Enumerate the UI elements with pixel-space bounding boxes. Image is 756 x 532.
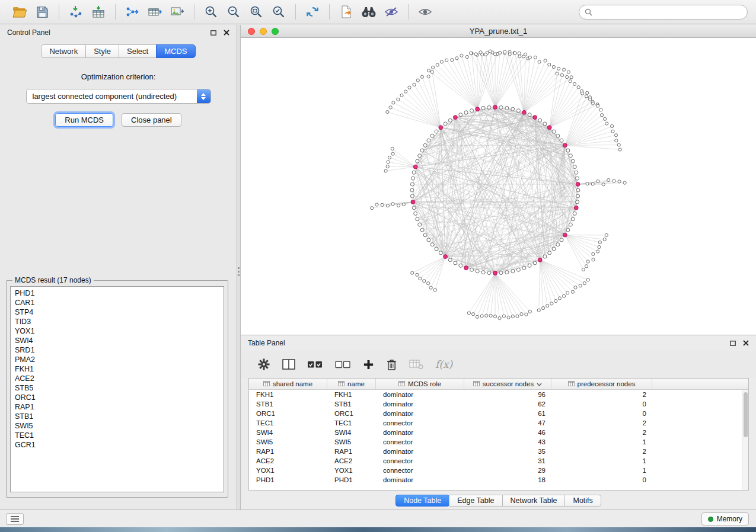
column-header-successor-nodes[interactable]: successor nodes — [464, 379, 551, 389]
save-session-button[interactable] — [31, 2, 53, 22]
table-row[interactable]: ACE2ACE2connector311 — [249, 456, 742, 466]
export-network-button[interactable] — [121, 2, 143, 22]
table-panel: Table Panel f(x) shared namenameMCDS rol… — [241, 335, 756, 509]
toolbar-separator — [59, 4, 59, 20]
table-row[interactable]: RAP1RAP1dominator352 — [249, 447, 742, 456]
main-toolbar — [0, 0, 756, 24]
settings-button[interactable] — [257, 358, 270, 371]
table-row[interactable]: SWI4SWI4dominator462 — [249, 428, 742, 437]
table-row[interactable]: FKH1FKH1dominator962 — [249, 390, 742, 399]
mcds-result-item[interactable]: PHD1 — [11, 289, 224, 298]
find-binoculars-icon — [361, 6, 377, 18]
close-panel-icon[interactable] — [224, 30, 229, 36]
export-image-button[interactable] — [166, 2, 189, 22]
hide-analyzer-button[interactable] — [380, 2, 403, 22]
delete-row-button[interactable] — [386, 358, 397, 371]
minimize-window-icon[interactable] — [260, 28, 267, 35]
network-titlebar[interactable]: YPA_prune.txt_1 — [241, 25, 756, 38]
table-scrollbar[interactable] — [742, 390, 748, 490]
column-layout-button[interactable] — [282, 358, 295, 370]
table-row[interactable]: TEC1TEC1connector472 — [249, 418, 742, 428]
search-field[interactable] — [579, 5, 748, 20]
zoom-out-icon — [227, 5, 240, 18]
tab-style[interactable]: Style — [85, 44, 119, 58]
float-table-panel-icon[interactable] — [730, 341, 736, 346]
table-cell: TEC1 — [249, 418, 327, 428]
table-grid-icon — [568, 380, 575, 387]
export-table-button[interactable] — [143, 2, 166, 22]
table-cell: 47 — [464, 418, 551, 428]
task-history-button[interactable] — [6, 513, 24, 525]
memory-button[interactable]: Memory — [701, 512, 749, 525]
tab-motifs[interactable]: Motifs — [564, 495, 601, 507]
open-file-button[interactable] — [8, 2, 31, 22]
tab-network-table[interactable]: Network Table — [502, 495, 566, 507]
tab-select[interactable]: Select — [119, 44, 157, 58]
maximize-window-icon[interactable] — [272, 28, 279, 35]
close-window-icon[interactable] — [248, 28, 255, 35]
add-row-button[interactable] — [363, 359, 374, 370]
mcds-result-item[interactable]: ORC1 — [11, 393, 224, 402]
mcds-result-item[interactable]: STP4 — [11, 307, 224, 317]
mcds-result-item[interactable]: RAP1 — [11, 402, 224, 412]
scrollbar-thumb[interactable] — [744, 392, 748, 437]
import-table-button[interactable] — [87, 2, 110, 22]
tab-mcds[interactable]: MCDS — [156, 44, 195, 58]
mcds-result-item[interactable]: PMA2 — [11, 355, 224, 364]
column-layout-icon — [282, 358, 295, 370]
table-row[interactable]: STB1STB1dominator620 — [249, 399, 742, 409]
table-row[interactable]: PHD1PHD1dominator180 — [249, 475, 742, 485]
mcds-result-item[interactable]: SRD1 — [11, 345, 224, 355]
table-cell: ORC1 — [249, 409, 327, 418]
import-network-button[interactable] — [65, 2, 87, 22]
run-mcds-button[interactable]: Run MCDS — [55, 113, 113, 127]
mcds-result-item[interactable]: TID3 — [11, 317, 224, 326]
mcds-result-item[interactable]: SWI5 — [11, 421, 224, 431]
table-row[interactable]: SWI5SWI5connector431 — [249, 437, 742, 447]
select-all-button[interactable] — [307, 359, 323, 370]
float-panel-icon[interactable] — [210, 30, 216, 36]
deselect-all-button[interactable] — [335, 359, 351, 370]
tab-network[interactable]: Network — [41, 44, 86, 58]
mcds-result-item[interactable]: GCR1 — [11, 440, 224, 450]
open-file-icon — [12, 5, 27, 18]
column-header-shared-name[interactable]: shared name — [249, 379, 327, 389]
table-cell: dominator — [376, 447, 464, 456]
criterion-dropdown[interactable]: largest connected component (undirected) — [26, 89, 211, 104]
mcds-result-item[interactable]: SWI4 — [11, 336, 224, 345]
table-row[interactable]: ORC1ORC1dominator610 — [249, 409, 742, 418]
zoom-in-button[interactable] — [200, 2, 222, 22]
cytoscape-app: Control Panel NetworkStyleSelectMCDS Opt… — [0, 0, 756, 532]
tab-node-table[interactable]: Node Table — [395, 495, 449, 507]
zoom-selected-button[interactable] — [267, 2, 290, 22]
close-table-panel-icon[interactable] — [743, 340, 749, 346]
mcds-result-item[interactable]: FKH1 — [11, 364, 224, 374]
zoom-out-button[interactable] — [222, 2, 245, 22]
mcds-result-group: MCDS result (17 nodes) PHD1CAR1STP4TID3Y… — [6, 276, 228, 498]
mcds-result-item[interactable]: STB5 — [11, 383, 224, 393]
zoom-fit-button[interactable] — [245, 2, 267, 22]
vertical-splitter[interactable] — [237, 25, 241, 509]
column-header-MCDS-role[interactable]: MCDS role — [376, 379, 464, 389]
table-row[interactable]: YOX1YOX1connector291 — [249, 466, 742, 475]
window-controls — [248, 28, 279, 35]
find-binoculars-button[interactable] — [358, 2, 380, 22]
mcds-result-list[interactable]: PHD1CAR1STP4TID3YOX1SWI4SRD1PMA2FKH1ACE2… — [10, 286, 224, 492]
export-image-icon — [170, 5, 184, 18]
mcds-result-item[interactable]: YOX1 — [11, 326, 224, 336]
search-input[interactable] — [596, 8, 742, 16]
refresh-view-button[interactable] — [301, 2, 324, 22]
preview-eye-button[interactable] — [414, 2, 436, 22]
share-document-button[interactable] — [335, 2, 358, 22]
mcds-result-item[interactable]: STB1 — [11, 412, 224, 421]
table-cell: 18 — [464, 475, 551, 485]
column-header-name[interactable]: name — [327, 379, 376, 389]
mcds-result-item[interactable]: ACE2 — [11, 374, 224, 383]
column-header-predecessor-nodes[interactable]: predecessor nodes — [551, 379, 652, 389]
mcds-result-item[interactable]: CAR1 — [11, 298, 224, 307]
network-canvas[interactable] — [241, 38, 756, 335]
mcds-result-item[interactable]: TEC1 — [11, 431, 224, 440]
tab-edge-table[interactable]: Edge Table — [449, 495, 502, 507]
close-panel-button[interactable]: Close panel — [122, 113, 181, 127]
function-builder-icon: f(x) — [435, 358, 452, 370]
